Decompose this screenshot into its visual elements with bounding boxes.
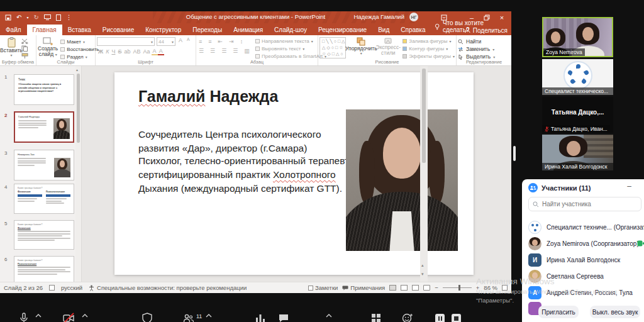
- text-direction-button[interactable]: Направления текста▾: [255, 38, 326, 44]
- slide-thumbnail-1[interactable]: Тема: «Способы защиты своих границ в онл…: [14, 74, 74, 105]
- video-tile-no-camera[interactable]: Татьяна Дацко,... Татьяна Дацко, Иван...: [542, 97, 613, 133]
- font-name-select[interactable]: ▾: [97, 37, 155, 46]
- text-shadow-button[interactable]: ab: [123, 48, 131, 55]
- participants-chevron-icon[interactable]: [205, 312, 213, 319]
- shape-fill-button[interactable]: Заливка фигуры▾: [402, 38, 455, 44]
- reactions-button[interactable]: [401, 312, 414, 322]
- bold-button[interactable]: Ж: [97, 48, 104, 55]
- line-spacing-icon[interactable]: ↕: [239, 38, 245, 45]
- video-tile-logo[interactable]: Специалист техническо...: [542, 59, 613, 95]
- underline-button[interactable]: Ч: [110, 48, 116, 55]
- zoom-slider[interactable]: [443, 287, 472, 288]
- font-size-select[interactable]: 44▾: [157, 37, 175, 46]
- columns-icon[interactable]: ▥: [243, 48, 251, 54]
- tab-help[interactable]: Справка: [395, 25, 431, 35]
- tab-home[interactable]: Главная: [27, 25, 62, 35]
- accessibility-checker[interactable]: Специальные возможности: проверьте реком…: [89, 284, 247, 291]
- indent-increase-icon[interactable]: ⇥: [228, 38, 235, 45]
- panel-minimize-button[interactable]: –: [627, 182, 631, 191]
- font-color-button[interactable]: А: [158, 48, 164, 55]
- start-video-button[interactable]: [62, 312, 75, 322]
- comments-toggle[interactable]: Примечания: [342, 284, 385, 291]
- tab-draw[interactable]: Рисование: [97, 25, 140, 35]
- participant-row[interactable]: Специалист техниче... (Организатор, я): [528, 219, 644, 235]
- mic-options-chevron-icon[interactable]: [35, 312, 42, 319]
- participant-row[interactable]: А Андрей Степин, Россия, Тула: [528, 285, 644, 300]
- tab-review[interactable]: Рецензирование: [313, 25, 372, 35]
- align-left-icon[interactable]: ☰: [197, 48, 205, 54]
- slide-thumbnail-3[interactable]: Немирова Зоя: [14, 150, 74, 180]
- video-tile-irina[interactable]: Ирина Халай Волгодонск: [542, 135, 613, 170]
- slide-thumbnail-2-selected[interactable]: Гамалий Надежда: [14, 111, 74, 143]
- align-right-icon[interactable]: ☰: [220, 48, 228, 54]
- theme-icon[interactable]: [49, 285, 55, 291]
- convert-smartart-button[interactable]: Преобразовать в SmartArt▾: [255, 53, 326, 59]
- arrange-button[interactable]: Упорядочить▾: [348, 37, 374, 59]
- shrink-font-icon[interactable]: А: [186, 37, 191, 46]
- copy-icon[interactable]: [21, 45, 28, 52]
- slide-thumbnail-6[interactable]: Какие границы бывают? Психологические: [14, 256, 74, 282]
- participants-button[interactable]: [182, 312, 195, 322]
- align-text-button[interactable]: Выровнять текст▾: [255, 46, 326, 52]
- quick-styles-button[interactable]: Экспресс-стили: [376, 37, 400, 59]
- shape-effects-button[interactable]: Эффекты фигуры▾: [402, 53, 455, 59]
- next-slide-icon[interactable]: ▾: [421, 272, 424, 277]
- polls-button[interactable]: [254, 312, 267, 322]
- reset-button[interactable]: Восстановить: [60, 47, 99, 52]
- tab-slideshow[interactable]: Слайд-шоу: [269, 25, 313, 35]
- slide-thumbnail-4[interactable]: Какие границы бывают? Физические Психоло…: [14, 184, 74, 214]
- share-button[interactable]: Поделиться: [465, 27, 508, 34]
- tab-file[interactable]: Файл: [0, 25, 27, 35]
- security-button[interactable]: [141, 312, 153, 322]
- account-name[interactable]: Надежда Гамалий: [353, 13, 404, 20]
- numbering-icon[interactable]: ≡: [207, 38, 213, 45]
- apps-button[interactable]: [370, 312, 382, 322]
- video-strip-collapse-handle[interactable]: [513, 146, 516, 161]
- slide-sorter-view-button[interactable]: [401, 285, 408, 291]
- slide-thumbnail-5[interactable]: Какие границы бывают? Физические: [14, 220, 74, 250]
- language-indicator[interactable]: русский: [61, 284, 82, 291]
- normal-view-button[interactable]: [389, 285, 396, 291]
- previous-slide-icon[interactable]: ▴: [421, 263, 424, 268]
- cut-icon[interactable]: [21, 38, 28, 44]
- video-tile-active-speaker[interactable]: Zoya Nemirova: [542, 17, 613, 57]
- tab-design[interactable]: Конструктор: [140, 25, 187, 35]
- participant-row[interactable]: И Ирина Халай Волгодонск: [528, 252, 644, 267]
- grow-font-icon[interactable]: А: [177, 37, 184, 46]
- char-spacing-button[interactable]: АВ: [131, 48, 142, 55]
- replace-button[interactable]: Заменить▾: [458, 46, 510, 52]
- scroll-up-icon[interactable]: ▴: [76, 67, 78, 72]
- mute-all-button[interactable]: Выкл. весь звук: [590, 306, 640, 318]
- layout-button[interactable]: Макет▾: [60, 39, 99, 45]
- bullets-icon[interactable]: ≡: [197, 38, 203, 45]
- tab-animations[interactable]: Анимация: [228, 25, 269, 35]
- paste-button[interactable]: Вставить▾: [1, 37, 21, 59]
- tab-insert[interactable]: Вставка: [62, 25, 97, 35]
- stop-recording-button[interactable]: [452, 314, 461, 322]
- video-options-chevron-icon[interactable]: [81, 312, 89, 319]
- account-avatar[interactable]: НГ: [409, 13, 418, 21]
- format-painter-icon[interactable]: [21, 53, 28, 59]
- highlight-color-button[interactable]: А: [152, 48, 158, 55]
- reading-view-button[interactable]: [412, 285, 419, 291]
- thumbnails-scrollbar[interactable]: ▴: [75, 66, 81, 282]
- zoom-out-button[interactable]: −: [435, 284, 438, 291]
- tab-view[interactable]: Вид: [372, 25, 395, 35]
- invite-button[interactable]: Пригласить: [538, 306, 579, 318]
- notes-toggle[interactable]: Заметки: [308, 284, 338, 291]
- tab-transitions[interactable]: Переходы: [187, 25, 228, 35]
- pause-recording-button[interactable]: [435, 314, 445, 322]
- chat-button[interactable]: [277, 312, 290, 322]
- participant-row[interactable]: Светлана Сергеева: [528, 269, 644, 284]
- slide-scrollbar[interactable]: ▴ ▾: [420, 66, 428, 282]
- fit-slide-button[interactable]: [502, 285, 508, 291]
- slideshow-view-button[interactable]: [423, 285, 430, 291]
- participant-search[interactable]: [528, 197, 641, 211]
- change-case-button[interactable]: Аа: [142, 48, 152, 55]
- strikethrough-button[interactable]: S: [116, 48, 123, 55]
- new-slide-button[interactable]: Создать слайд ▾: [38, 37, 58, 60]
- zoom-level[interactable]: 86 %: [484, 284, 497, 291]
- shape-outline-button[interactable]: Контур фигуры▾: [402, 46, 455, 52]
- justify-icon[interactable]: ☰: [231, 48, 239, 54]
- share-options-chevron-icon[interactable]: [325, 312, 333, 319]
